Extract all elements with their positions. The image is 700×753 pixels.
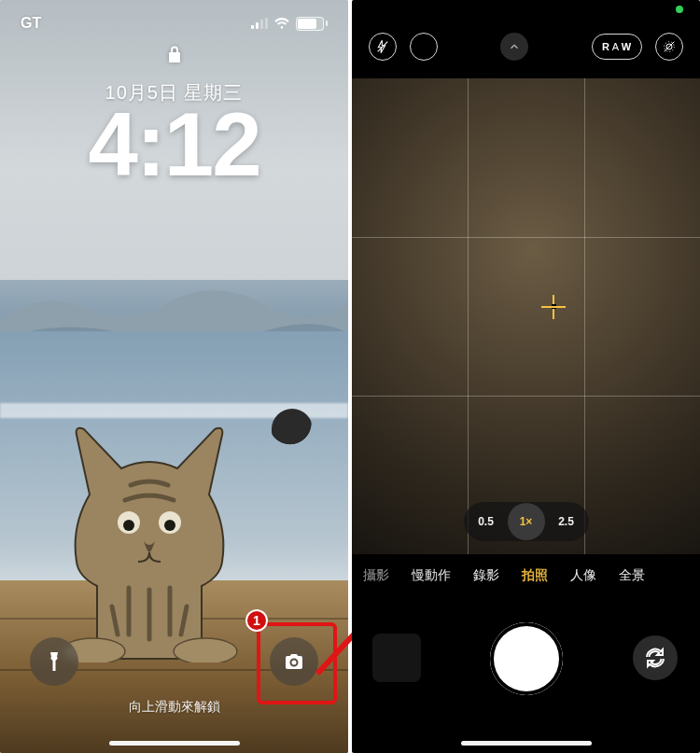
mode-video[interactable]: 錄影 xyxy=(473,567,499,584)
night-mode-toggle[interactable] xyxy=(410,33,438,61)
mode-timelapse[interactable]: 攝影 xyxy=(363,567,389,584)
flashlight-button[interactable] xyxy=(30,637,78,686)
svg-point-3 xyxy=(164,520,175,531)
cellular-icon xyxy=(251,18,268,29)
status-bar: GT 72 xyxy=(0,9,348,37)
wallpaper-person xyxy=(272,409,313,450)
home-indicator[interactable] xyxy=(461,741,592,746)
camera-modes[interactable]: 攝影 慢動作 錄影 拍照 人像 全景 xyxy=(352,560,700,592)
wallpaper-cat xyxy=(28,355,271,662)
camera-app: RAW 0.5 1× 2.5 攝影 慢動作 錄影 拍照 人像 全景 xyxy=(352,0,700,753)
last-photo-thumbnail[interactable] xyxy=(372,634,421,682)
camera-top-controls: RAW xyxy=(352,28,700,65)
live-photo-toggle[interactable] xyxy=(655,33,683,61)
wifi-icon xyxy=(273,17,290,30)
svg-point-2 xyxy=(123,520,134,531)
viewfinder[interactable]: 0.5 1× 2.5 xyxy=(352,78,700,554)
shutter-button[interactable] xyxy=(490,622,563,695)
focus-crosshair-icon xyxy=(541,295,566,319)
mode-portrait[interactable]: 人像 xyxy=(570,567,596,584)
zoom-2_5[interactable]: 2.5 xyxy=(549,507,584,537)
annotation-box xyxy=(257,622,337,704)
lockscreen-time: 4:12 xyxy=(0,93,348,196)
mode-photo[interactable]: 拍照 xyxy=(522,567,548,584)
zoom-0_5[interactable]: 0.5 xyxy=(469,507,504,537)
home-indicator[interactable] xyxy=(109,741,240,746)
zoom-selector: 0.5 1× 2.5 xyxy=(464,502,589,541)
camera-options-chevron[interactable] xyxy=(500,33,528,61)
camera-bottom-controls xyxy=(352,602,700,753)
camera-active-dot xyxy=(676,6,683,13)
switch-camera-button[interactable] xyxy=(633,635,678,680)
mode-pano[interactable]: 全景 xyxy=(619,567,645,584)
zoom-1x[interactable]: 1× xyxy=(508,503,545,540)
battery-icon: 72 xyxy=(296,17,328,31)
annotation-badge: 1 xyxy=(245,609,268,632)
mode-slomo[interactable]: 慢動作 xyxy=(412,567,451,584)
carrier-label: GT xyxy=(21,15,41,32)
flash-toggle[interactable] xyxy=(369,33,397,61)
raw-toggle[interactable]: RAW xyxy=(592,34,642,60)
lockscreen: GT 72 10月5日 星期三 4:12 向上滑動來解鎖 xyxy=(0,0,348,753)
lock-icon xyxy=(167,45,182,67)
